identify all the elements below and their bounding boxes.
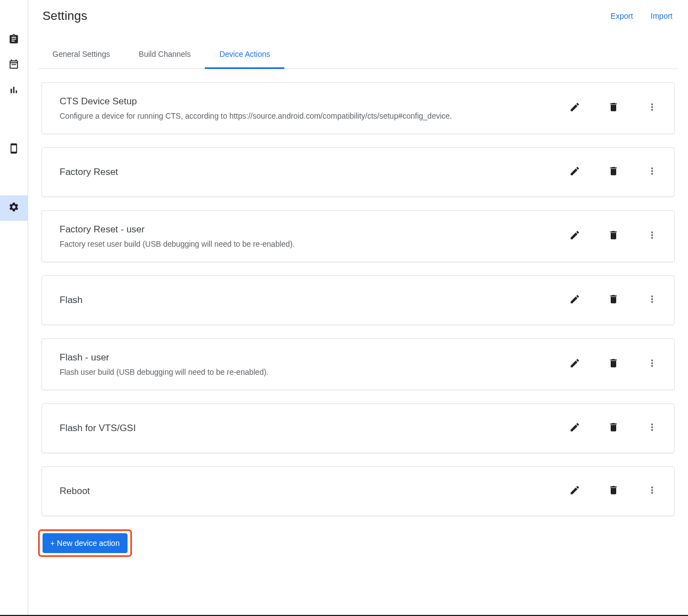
delete-icon xyxy=(608,422,619,435)
more-vert-icon xyxy=(647,294,658,307)
more-button[interactable] xyxy=(645,422,659,435)
device-action-card: Reboot xyxy=(41,466,675,516)
more-vert-icon xyxy=(647,166,658,179)
card-title: Factory Reset xyxy=(60,167,568,178)
card-title: Factory Reset - user xyxy=(60,224,568,235)
delete-button[interactable] xyxy=(607,102,620,115)
delete-button[interactable] xyxy=(607,294,620,307)
edit-button[interactable] xyxy=(568,230,581,243)
export-link[interactable]: Export xyxy=(611,12,633,20)
device-action-card: Factory Reset xyxy=(41,147,675,197)
more-vert-icon xyxy=(647,358,658,371)
device-action-card: Flash - userFlash user build (USB debugg… xyxy=(41,338,675,390)
card-description: Factory reset user build (USB debugging … xyxy=(60,240,568,248)
edit-button[interactable] xyxy=(568,102,581,115)
edit-icon xyxy=(569,485,580,498)
page-title: Settings xyxy=(43,9,87,23)
tab-general-settings[interactable]: General Settings xyxy=(38,41,124,69)
side-nav xyxy=(0,0,28,616)
clipboard-icon xyxy=(8,34,19,47)
sidenav-clipboard[interactable] xyxy=(0,28,28,53)
delete-icon xyxy=(608,230,619,243)
sidenav-settings[interactable] xyxy=(0,195,28,221)
tab-device-actions[interactable]: Device Actions xyxy=(205,41,284,69)
more-button[interactable] xyxy=(645,294,659,307)
edit-icon xyxy=(569,102,580,115)
more-vert-icon xyxy=(647,102,658,115)
device-action-card: Flash for VTS/GSI xyxy=(41,403,675,453)
more-vert-icon xyxy=(647,485,658,498)
device-action-card: CTS Device SetupConfigure a device for r… xyxy=(41,82,675,134)
more-button[interactable] xyxy=(645,230,659,243)
card-title: CTS Device Setup xyxy=(60,96,568,107)
more-vert-icon xyxy=(647,230,658,243)
device-action-card: Factory Reset - userFactory reset user b… xyxy=(41,210,675,262)
more-vert-icon xyxy=(647,422,658,435)
card-description: Configure a device for running CTS, acco… xyxy=(60,111,568,120)
edit-button[interactable] xyxy=(568,422,581,435)
sidenav-calendar[interactable] xyxy=(0,53,28,78)
sidenav-analytics[interactable] xyxy=(0,78,28,104)
edit-icon xyxy=(569,294,580,307)
edit-icon xyxy=(569,166,580,179)
edit-icon xyxy=(569,358,580,371)
import-link[interactable]: Import xyxy=(650,12,673,20)
card-title: Flash for VTS/GSI xyxy=(60,423,568,434)
card-description: Flash user build (USB debugging will nee… xyxy=(60,368,568,376)
delete-button[interactable] xyxy=(607,358,620,371)
delete-icon xyxy=(608,358,619,371)
card-title: Reboot xyxy=(60,486,568,497)
more-button[interactable] xyxy=(645,166,659,179)
delete-button[interactable] xyxy=(607,166,620,179)
card-title: Flash xyxy=(60,295,568,306)
calendar-icon xyxy=(8,59,19,72)
more-button[interactable] xyxy=(645,485,659,498)
phone-icon xyxy=(8,143,19,156)
edit-button[interactable] xyxy=(568,485,581,498)
edit-button[interactable] xyxy=(568,358,581,371)
new-action-highlight: + New device action xyxy=(38,529,132,557)
chart-icon xyxy=(8,84,19,98)
edit-button[interactable] xyxy=(568,166,581,179)
edit-button[interactable] xyxy=(568,294,581,307)
card-title: Flash - user xyxy=(60,352,568,363)
gear-icon xyxy=(8,201,19,215)
edit-icon xyxy=(569,230,580,243)
delete-button[interactable] xyxy=(607,230,620,243)
tab-build-channels[interactable]: Build Channels xyxy=(124,41,205,69)
new-device-action-button[interactable]: + New device action xyxy=(43,533,128,553)
sidenav-device[interactable] xyxy=(0,137,28,162)
delete-icon xyxy=(608,102,619,115)
tabs: General Settings Build Channels Device A… xyxy=(38,41,678,69)
delete-button[interactable] xyxy=(607,422,620,435)
delete-button[interactable] xyxy=(607,485,620,498)
delete-icon xyxy=(608,166,619,179)
edit-icon xyxy=(569,422,580,435)
more-button[interactable] xyxy=(645,358,659,371)
device-action-card: Flash xyxy=(41,275,675,325)
more-button[interactable] xyxy=(645,102,659,115)
page-header: Settings Export Import xyxy=(38,0,678,28)
delete-icon xyxy=(608,294,619,307)
delete-icon xyxy=(608,485,619,498)
